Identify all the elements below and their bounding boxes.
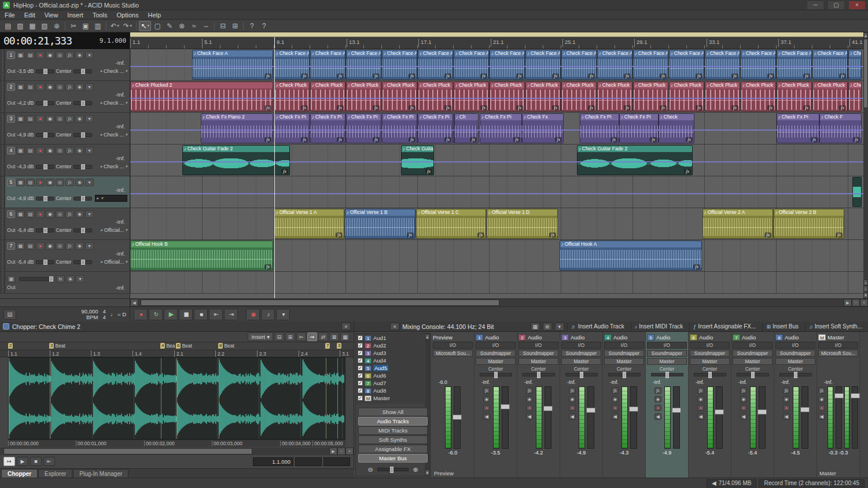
bus-assignment-button[interactable]: ▦ [16,179,25,186]
strip-mute-button[interactable]: ◀ [783,413,790,420]
clip[interactable]: ♪Check Fx Pifx [619,113,659,143]
strip-io-button[interactable]: I/O [561,342,601,349]
strip-mute-button[interactable]: ◀ [569,413,576,420]
automation-settings-button[interactable]: ◈ [75,147,84,154]
link-arrow-button[interactable]: ⇄ [318,332,328,341]
clip-fx-badge[interactable]: fx [425,169,432,174]
chopper-marker[interactable]: 6Beat [176,343,192,349]
bus-assignment-button[interactable]: ▦ [16,147,25,154]
metronome-options-dropdown[interactable]: ▾ [276,309,290,320]
clip-fx-badge[interactable]: fx [513,137,520,142]
clip[interactable]: ♪Check Face Afx [525,50,561,80]
strip-pan-slider[interactable] [608,373,641,376]
automation-settings-button[interactable]: ◈ [75,83,84,91]
track-options-dropdown[interactable]: ▾ [85,242,94,250]
mixer-list-item-aud4[interactable]: ✓4Aud4 [356,357,424,364]
clip-fx-badge[interactable]: fx [684,169,691,174]
clip[interactable]: ♪Check Face Afx [705,50,740,80]
strip-mute-button[interactable]: ◀ [654,413,661,420]
clip-fx-badge[interactable]: fx [264,105,271,110]
mixer-strip-4[interactable]: 4AudioI/OSoundmapperMasterCenter-Inf.fx◈… [603,332,646,478]
strip-io-button[interactable]: I/O [647,342,687,349]
checkbox-checked-icon[interactable]: ✓ [358,335,363,341]
play-button[interactable]: ▶ [164,309,178,320]
clip-fx-badge[interactable]: fx [660,105,667,110]
input-monitor-button[interactable]: ▤ [26,242,35,250]
clip[interactable]: ♪Check Pluckfx [633,82,668,112]
clip-fx-badge[interactable]: fx [264,73,271,79]
menu-options[interactable]: Options [112,12,144,19]
clip[interactable]: ♪Check Pluckfx [705,82,740,112]
track-grip[interactable] [0,208,5,239]
track-volume-slider[interactable] [36,101,54,105]
strip-fx-button[interactable]: fx [569,387,576,394]
solo-button[interactable]: ◎ [56,51,64,59]
strip-automation-button[interactable]: ◈ [697,396,704,402]
chopper-marker-bar[interactable]: 23Beat4Bea6Beat8Beat73 [0,342,354,350]
strip-pan-slider[interactable] [694,373,726,376]
track-name-field[interactable]: ▸Check ...▾ [100,132,127,138]
track-volume-slider[interactable] [36,260,54,264]
bus-track-lane[interactable] [130,272,863,294]
timecode-readout[interactable]: 00:00:21,333 [3,35,72,47]
selection-tool-button[interactable]: ▢ [152,21,163,31]
clip[interactable]: ♪Check Pluckfx [418,82,453,112]
clip-fx-badge[interactable]: fx [477,232,484,238]
track-volume-slider[interactable] [36,69,54,73]
enable-snapping-button[interactable]: ⊟ [217,21,229,31]
clip-fx-badge[interactable]: fx [444,105,451,110]
automation-settings-button[interactable]: ◈ [75,179,84,186]
maximize-button[interactable]: ▢ [828,1,844,9]
track-lane-4[interactable]: ♪Check Guitar Fade 2fx♪Check Guitafx♪Che… [130,145,863,176]
checkbox-checked-icon[interactable]: ✓ [358,373,363,378]
arm-for-record-button[interactable]: ● [36,147,45,154]
snap-to-grid-button[interactable]: ⊠ [329,332,339,341]
timeline-zoom-in-button[interactable]: + [860,299,868,306]
track-pan-slider[interactable] [73,101,92,105]
strip-fx-button[interactable]: fx [783,387,790,394]
strip-io-button[interactable]: I/O [690,342,730,349]
track-header-7[interactable]: 7▦▤●◉◎fx◈▾-Inf.Out-5,4 dBCenter▸Official… [0,240,130,272]
chopper-waveform[interactable] [8,357,345,439]
beat-position-readout[interactable]: 9.1.000 [100,37,126,45]
clip[interactable]: ♪Check Pluckfx [310,82,345,112]
open-file-button[interactable]: ▨ [14,21,26,31]
track-pan-slider[interactable] [73,133,92,137]
checkbox-checked-icon[interactable]: ✓ [358,358,363,363]
clip[interactable]: ♪Official Verse 1 Bfx [345,209,415,239]
strip-fader[interactable] [836,386,842,449]
mixer-properties-button[interactable]: ⊛ [543,323,552,331]
solo-button[interactable]: ◎ [56,179,64,186]
clip-fx-badge[interactable]: fx [588,105,595,110]
mixer-close-icon[interactable]: × [390,323,399,330]
draw-tool-button[interactable]: ↖▾ [139,21,151,31]
solo-button[interactable]: ◎ [56,83,64,91]
checkbox-checked-icon[interactable]: ✓ [358,365,363,371]
strip-device-button[interactable]: Soundmapper [647,350,687,357]
clip-fx-badge[interactable]: fx [264,137,271,142]
clip-fx-badge[interactable]: fx [301,73,308,79]
strip-device-button[interactable]: Soundmapper [518,350,558,357]
clip-fx-badge[interactable]: fx [552,105,559,110]
bus-volume-slider[interactable] [19,277,53,281]
clip[interactable]: ♪Check Pluck [848,82,862,112]
strip-fx-button[interactable]: fx [654,387,661,394]
menu-file[interactable]: File [0,12,20,19]
clip-fx-badge[interactable]: fx [853,137,860,142]
strip-automation-button[interactable]: ◈ [526,396,533,402]
clip-fx-badge[interactable]: fx [552,73,559,79]
chopper-marker[interactable]: 7 [325,343,330,349]
mixer-list-item-aud7[interactable]: ✓7Aud7 [356,379,424,387]
erase-tool-button[interactable]: ⊗ [176,21,187,31]
automation-settings-button[interactable]: ◈ [75,115,84,123]
filter-show-all[interactable]: Show All [358,408,428,416]
strip-automation-button[interactable]: ◈ [818,396,825,402]
clip-fx-badge[interactable]: fx [767,105,774,110]
track-name-field[interactable]: ▸▾ [95,195,127,202]
strip-fader[interactable] [545,386,551,449]
clip[interactable]: ♪Check Pluckfx [561,82,597,112]
track-pan-slider[interactable] [73,228,92,232]
track-name-field[interactable]: ▸Check ...▾ [100,100,127,106]
arm-for-record-button[interactable]: ● [36,210,45,218]
strip-automation-button[interactable]: ◈ [612,396,619,402]
